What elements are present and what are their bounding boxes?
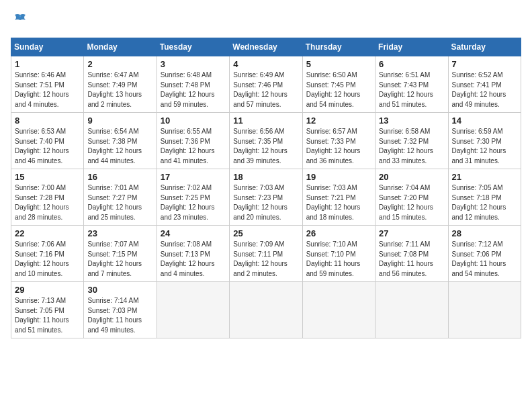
day-number: 3 [161, 59, 226, 69]
day-number: 5 [306, 59, 371, 69]
day-number: 15 [15, 172, 80, 182]
day-number: 10 [161, 116, 226, 126]
day-number: 24 [161, 228, 226, 238]
day-info: Sunrise: 7:03 AMSunset: 7:21 PMDaylight:… [306, 183, 371, 222]
calendar-week-row: 29Sunrise: 7:13 AMSunset: 7:05 PMDayligh… [11, 282, 521, 338]
day-info: Sunrise: 6:49 AMSunset: 7:46 PMDaylight:… [233, 71, 298, 109]
calendar-cell: 12Sunrise: 6:57 AMSunset: 7:33 PMDayligh… [302, 113, 375, 169]
day-number: 21 [452, 172, 517, 182]
calendar-cell: 2Sunrise: 6:47 AMSunset: 7:49 PMDaylight… [84, 56, 157, 113]
calendar-cell [448, 282, 521, 338]
day-number: 11 [233, 116, 298, 126]
calendar-week-row: 22Sunrise: 7:06 AMSunset: 7:16 PMDayligh… [11, 226, 521, 282]
day-info: Sunrise: 6:51 AMSunset: 7:43 PMDaylight:… [379, 71, 444, 109]
calendar-cell: 26Sunrise: 7:10 AMSunset: 7:10 PMDayligh… [302, 226, 375, 282]
day-info: Sunrise: 7:01 AMSunset: 7:27 PMDaylight:… [87, 183, 152, 222]
day-info: Sunrise: 7:14 AMSunset: 7:03 PMDaylight:… [87, 296, 152, 335]
calendar-cell: 14Sunrise: 6:59 AMSunset: 7:30 PMDayligh… [448, 113, 521, 169]
calendar-cell: 8Sunrise: 6:53 AMSunset: 7:40 PMDaylight… [11, 113, 84, 169]
day-info: Sunrise: 6:48 AMSunset: 7:48 PMDaylight:… [161, 71, 226, 109]
calendar-cell: 4Sunrise: 6:49 AMSunset: 7:46 PMDaylight… [230, 56, 302, 113]
calendar-cell: 10Sunrise: 6:55 AMSunset: 7:36 PMDayligh… [157, 113, 229, 169]
day-number: 28 [452, 228, 517, 238]
day-number: 17 [161, 172, 226, 182]
day-info: Sunrise: 7:07 AMSunset: 7:15 PMDaylight:… [87, 240, 152, 279]
calendar-cell: 11Sunrise: 6:56 AMSunset: 7:35 PMDayligh… [230, 113, 302, 169]
calendar-cell: 9Sunrise: 6:54 AMSunset: 7:38 PMDaylight… [84, 113, 157, 169]
day-number: 16 [87, 172, 152, 182]
calendar-cell: 23Sunrise: 7:07 AMSunset: 7:15 PMDayligh… [84, 226, 157, 282]
day-info: Sunrise: 6:58 AMSunset: 7:32 PMDaylight:… [379, 127, 444, 166]
day-info: Sunrise: 6:55 AMSunset: 7:36 PMDaylight:… [161, 127, 226, 166]
calendar-cell: 13Sunrise: 6:58 AMSunset: 7:32 PMDayligh… [375, 113, 448, 169]
day-number: 8 [15, 116, 80, 126]
calendar-cell [157, 282, 229, 338]
day-number: 26 [306, 228, 371, 238]
calendar-cell [375, 282, 448, 338]
calendar-cell: 22Sunrise: 7:06 AMSunset: 7:16 PMDayligh… [11, 226, 84, 282]
day-info: Sunrise: 7:05 AMSunset: 7:18 PMDaylight:… [452, 183, 517, 222]
day-info: Sunrise: 6:59 AMSunset: 7:30 PMDaylight:… [452, 127, 517, 166]
calendar-cell: 27Sunrise: 7:11 AMSunset: 7:08 PMDayligh… [375, 226, 448, 282]
calendar-cell [302, 282, 375, 338]
calendar-cell: 20Sunrise: 7:04 AMSunset: 7:20 PMDayligh… [375, 169, 448, 226]
calendar-body: 1Sunrise: 6:46 AMSunset: 7:51 PMDaylight… [11, 56, 521, 338]
day-of-week-header: Friday [375, 38, 448, 56]
day-info: Sunrise: 7:09 AMSunset: 7:11 PMDaylight:… [233, 240, 298, 279]
calendar-cell [230, 282, 302, 338]
calendar-cell: 6Sunrise: 6:51 AMSunset: 7:43 PMDaylight… [375, 56, 448, 113]
day-number: 20 [379, 172, 444, 182]
day-info: Sunrise: 7:03 AMSunset: 7:23 PMDaylight:… [233, 183, 298, 222]
day-number: 25 [233, 228, 298, 238]
day-number: 22 [15, 228, 80, 238]
calendar-header-row: SundayMondayTuesdayWednesdayThursdayFrid… [11, 38, 521, 56]
day-number: 9 [87, 116, 152, 126]
day-number: 2 [87, 59, 152, 69]
day-info: Sunrise: 6:54 AMSunset: 7:38 PMDaylight:… [87, 127, 152, 166]
calendar-cell: 3Sunrise: 6:48 AMSunset: 7:48 PMDaylight… [157, 56, 229, 113]
calendar-cell: 21Sunrise: 7:05 AMSunset: 7:18 PMDayligh… [448, 169, 521, 226]
calendar-cell: 5Sunrise: 6:50 AMSunset: 7:45 PMDaylight… [302, 56, 375, 113]
day-of-week-header: Monday [84, 38, 157, 56]
day-info: Sunrise: 7:10 AMSunset: 7:10 PMDaylight:… [306, 240, 371, 279]
day-info: Sunrise: 7:13 AMSunset: 7:05 PMDaylight:… [15, 296, 80, 335]
day-info: Sunrise: 7:02 AMSunset: 7:25 PMDaylight:… [161, 183, 226, 222]
day-info: Sunrise: 7:06 AMSunset: 7:16 PMDaylight:… [15, 240, 80, 279]
day-number: 12 [306, 116, 371, 126]
day-info: Sunrise: 6:52 AMSunset: 7:41 PMDaylight:… [452, 71, 517, 109]
day-number: 14 [452, 116, 517, 126]
day-info: Sunrise: 6:46 AMSunset: 7:51 PMDaylight:… [15, 71, 80, 109]
day-number: 29 [15, 285, 80, 295]
day-info: Sunrise: 6:56 AMSunset: 7:35 PMDaylight:… [233, 127, 298, 166]
logo [11, 11, 32, 30]
day-info: Sunrise: 6:50 AMSunset: 7:45 PMDaylight:… [306, 71, 371, 109]
day-number: 27 [379, 228, 444, 238]
day-number: 1 [15, 59, 80, 69]
calendar-week-row: 1Sunrise: 6:46 AMSunset: 7:51 PMDaylight… [11, 56, 521, 113]
day-number: 4 [233, 59, 298, 69]
calendar-cell: 24Sunrise: 7:08 AMSunset: 7:13 PMDayligh… [157, 226, 229, 282]
day-info: Sunrise: 7:08 AMSunset: 7:13 PMDaylight:… [161, 240, 226, 279]
day-info: Sunrise: 7:12 AMSunset: 7:06 PMDaylight:… [452, 240, 517, 279]
calendar-cell: 7Sunrise: 6:52 AMSunset: 7:41 PMDaylight… [448, 56, 521, 113]
day-info: Sunrise: 6:53 AMSunset: 7:40 PMDaylight:… [15, 127, 80, 166]
calendar-cell: 29Sunrise: 7:13 AMSunset: 7:05 PMDayligh… [11, 282, 84, 338]
logo-icon [11, 11, 30, 30]
day-number: 23 [87, 228, 152, 238]
day-number: 6 [379, 59, 444, 69]
day-of-week-header: Saturday [448, 38, 521, 56]
calendar-cell: 15Sunrise: 7:00 AMSunset: 7:28 PMDayligh… [11, 169, 84, 226]
calendar-cell: 18Sunrise: 7:03 AMSunset: 7:23 PMDayligh… [230, 169, 302, 226]
calendar-cell: 1Sunrise: 6:46 AMSunset: 7:51 PMDaylight… [11, 56, 84, 113]
day-info: Sunrise: 6:57 AMSunset: 7:33 PMDaylight:… [306, 127, 371, 166]
day-of-week-header: Sunday [11, 38, 84, 56]
calendar-week-row: 8Sunrise: 6:53 AMSunset: 7:40 PMDaylight… [11, 113, 521, 169]
day-of-week-header: Tuesday [157, 38, 229, 56]
calendar-cell: 30Sunrise: 7:14 AMSunset: 7:03 PMDayligh… [84, 282, 157, 338]
calendar-cell: 16Sunrise: 7:01 AMSunset: 7:27 PMDayligh… [84, 169, 157, 226]
day-info: Sunrise: 6:47 AMSunset: 7:49 PMDaylight:… [87, 71, 152, 109]
calendar-cell: 19Sunrise: 7:03 AMSunset: 7:21 PMDayligh… [302, 169, 375, 226]
calendar-cell: 25Sunrise: 7:09 AMSunset: 7:11 PMDayligh… [230, 226, 302, 282]
calendar-cell: 28Sunrise: 7:12 AMSunset: 7:06 PMDayligh… [448, 226, 521, 282]
day-number: 13 [379, 116, 444, 126]
